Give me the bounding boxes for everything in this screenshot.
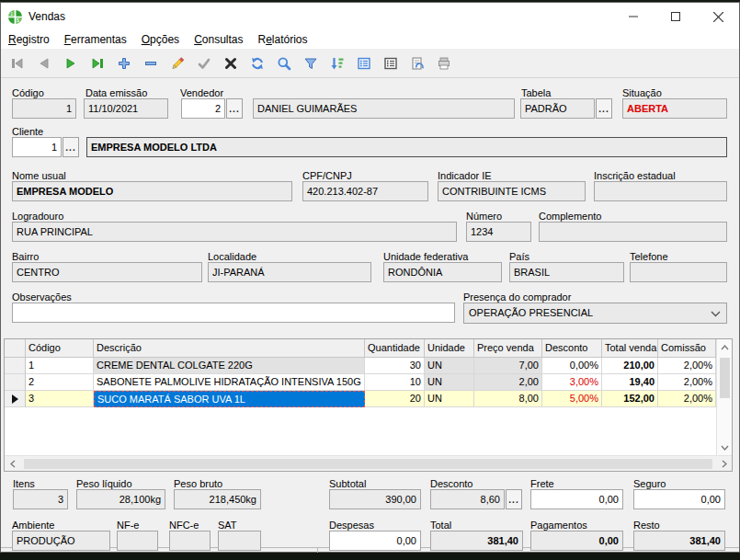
table-row-selected[interactable]: 3 SUCO MARATÁ SABOR UVA 1L 20 UN 8,00 5,…	[5, 391, 732, 407]
col-header-comissao[interactable]: Comissão	[658, 339, 716, 358]
close-button[interactable]	[697, 3, 739, 30]
frete-label: Frete	[530, 478, 554, 489]
observacoes-label: Observações	[12, 291, 72, 303]
observacoes-input[interactable]	[12, 303, 455, 323]
next-record-button[interactable]	[57, 51, 84, 76]
complemento-field	[539, 222, 727, 242]
grid-vertical-scrollbar[interactable]	[716, 339, 732, 455]
col-header-preco-venda[interactable]: Preço venda	[474, 339, 542, 358]
menu-registro[interactable]: Registro	[1, 31, 57, 48]
maximize-button[interactable]	[655, 3, 697, 30]
grid-horizontal-scrollbar[interactable]	[5, 455, 732, 471]
indicador-ie-field: CONTRIBUINTE ICMS	[438, 181, 586, 201]
subtotal-label: Subtotal	[329, 478, 366, 489]
peso-liquido-field: 28,100kg	[76, 489, 165, 509]
nome-usual-field: EMPRESA MODELO	[12, 181, 292, 201]
vendedor-nome-field: DANIEL GUIMARÃES	[253, 98, 515, 119]
remove-icon	[143, 56, 158, 71]
grid-header-row: Código Descrição Quantidade Unidade Preç…	[5, 339, 732, 358]
vendedor-lookup-button[interactable]: ...	[226, 98, 243, 119]
table-row[interactable]: 1 CREME DENTAL COLGATE 220G 30 UN 7,00 0…	[5, 358, 732, 374]
vertical-scroll-thumb[interactable]	[720, 358, 730, 398]
vendedor-input[interactable]	[181, 98, 225, 119]
items-grid: Código Descrição Quantidade Unidade Preç…	[4, 338, 733, 472]
grid-view-button[interactable]	[350, 51, 377, 76]
inscricao-estadual-label: Inscrição estadual	[594, 170, 676, 181]
col-header-codigo[interactable]: Código	[26, 339, 94, 358]
close-icon	[713, 12, 723, 22]
minimize-icon	[629, 12, 638, 21]
grid-indicator-header	[5, 339, 26, 358]
frete-input[interactable]	[530, 489, 623, 509]
list-gray-icon	[383, 56, 398, 71]
desconto-lookup-button[interactable]: ...	[506, 489, 522, 509]
cancel-button[interactable]	[217, 51, 244, 76]
inscricao-estadual-field	[594, 181, 727, 201]
col-header-total-venda[interactable]: Total venda	[602, 339, 658, 358]
selected-cell[interactable]: SUCO MARATÁ SABOR UVA 1L	[94, 391, 365, 407]
document-refresh-button[interactable]	[404, 51, 430, 76]
data-emissao-label: Data emissão	[85, 87, 147, 98]
app-icon: 1 $	[7, 9, 23, 25]
printer-icon	[437, 56, 451, 71]
codigo-label: Código	[12, 87, 44, 98]
despesas-input[interactable]	[329, 531, 421, 551]
filter-button[interactable]	[297, 51, 324, 76]
pais-field: BRASIL	[509, 262, 624, 282]
telefone-label: Telefone	[630, 251, 668, 262]
sort-icon	[330, 56, 345, 71]
resto-field: 381,40	[633, 531, 725, 551]
peso-bruto-label: Peso bruto	[174, 478, 222, 489]
presenca-comprador-select[interactable]: OPERAÇÃO PRESENCIAL	[463, 303, 727, 324]
next-record-icon	[63, 56, 78, 71]
scroll-right-icon[interactable]	[716, 456, 732, 472]
refresh-button[interactable]	[244, 51, 270, 76]
menu-ferramentas[interactable]: Ferramentas	[57, 31, 134, 48]
col-header-unidade[interactable]: Unidade	[425, 339, 474, 358]
delete-record-button[interactable]	[137, 51, 164, 76]
cliente-input[interactable]	[12, 137, 62, 157]
search-button[interactable]	[270, 51, 297, 76]
menu-opcoes[interactable]: Opções	[134, 31, 187, 48]
col-header-desconto[interactable]: Desconto	[542, 339, 602, 358]
nfce-label: NFC-e	[169, 520, 199, 531]
ambiente-label: Ambiente	[12, 520, 54, 531]
add-record-button[interactable]	[110, 51, 137, 76]
nfe-field	[117, 531, 158, 551]
desconto-label: Desconto	[430, 478, 472, 489]
table-row[interactable]: 2 SABONETE PALMOLIVE HIDRATAÇÃO INTENSIV…	[5, 374, 732, 391]
col-header-descricao[interactable]: Descrição	[94, 339, 365, 358]
last-record-button[interactable]	[84, 51, 110, 76]
subtotal-field: 390,00	[329, 489, 421, 509]
first-record-button[interactable]	[4, 51, 30, 76]
sort-button[interactable]	[324, 51, 350, 76]
numero-label: Número	[466, 211, 502, 222]
document-refresh-icon	[410, 56, 425, 71]
print-button[interactable]	[430, 51, 457, 76]
seguro-input[interactable]	[633, 489, 725, 509]
first-record-icon	[10, 56, 25, 71]
col-header-quantidade[interactable]: Quantidade	[365, 339, 425, 358]
scroll-down-icon[interactable]	[717, 440, 733, 455]
horizontal-scroll-thumb[interactable]	[24, 459, 712, 469]
menu-consultas[interactable]: Consultas	[187, 31, 250, 48]
minimize-button[interactable]	[612, 3, 655, 30]
menu-relatorios[interactable]: Relatórios	[251, 31, 315, 48]
scroll-left-icon[interactable]	[5, 456, 20, 472]
confirm-button[interactable]	[190, 51, 217, 76]
sat-field	[218, 531, 261, 551]
search-icon	[277, 56, 291, 71]
svg-text:$: $	[17, 17, 19, 23]
vendedor-label: Vendedor	[180, 87, 223, 98]
despesas-label: Despesas	[329, 520, 374, 531]
filter-funnel-icon	[303, 56, 318, 71]
cliente-label: Cliente	[12, 126, 43, 137]
edit-record-button[interactable]	[164, 51, 190, 76]
scroll-up-icon[interactable]	[717, 339, 733, 355]
prev-record-button[interactable]	[30, 51, 57, 76]
cancel-x-icon	[223, 56, 238, 71]
last-record-icon	[90, 56, 105, 71]
cliente-lookup-button[interactable]: ...	[63, 137, 79, 157]
tabela-lookup-button[interactable]: ...	[596, 98, 612, 119]
list-view-button[interactable]	[377, 51, 404, 76]
